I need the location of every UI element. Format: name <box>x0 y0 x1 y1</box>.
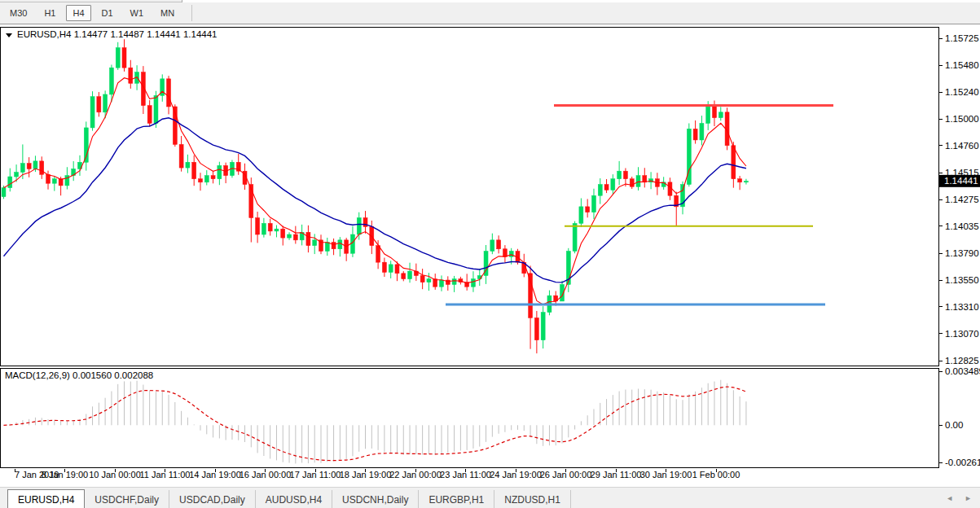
svg-text:1.13790: 1.13790 <box>945 248 979 258</box>
svg-text:18 Jan 19:00: 18 Jan 19:00 <box>340 470 392 480</box>
svg-text:1.12825: 1.12825 <box>945 356 979 366</box>
svg-text:10 Jan 00:00: 10 Jan 00:00 <box>89 470 141 480</box>
timeframe-m30[interactable]: M30 <box>3 5 33 21</box>
timeframe-mn[interactable]: MN <box>154 5 181 21</box>
svg-text:0.00: 0.00 <box>945 420 963 430</box>
symbol-tab-bar: EURUSD,H4USDCHF,DailyUSDCAD,DailyAUDUSD,… <box>0 487 980 508</box>
time-axis[interactable]: 7 Jan 20198 Jan 19:0010 Jan 00:0011 Jan … <box>15 469 740 480</box>
tab-usdcad-daily[interactable]: USDCAD,Daily <box>169 490 256 508</box>
timeframe-h4[interactable]: H4 <box>66 5 90 21</box>
timeframe-h1[interactable]: H1 <box>37 5 62 21</box>
tab-scroll-right-icon[interactable]: ► <box>965 494 972 502</box>
svg-text:30 Jan 19:00: 30 Jan 19:00 <box>640 470 692 480</box>
tab-scroll-arrows: ◄ ► <box>946 488 980 508</box>
tab-nzdusd-h1[interactable]: NZDUSD,H1 <box>494 490 571 508</box>
svg-text:29 Jan 11:00: 29 Jan 11:00 <box>591 470 642 480</box>
timeframe-w1[interactable]: W1 <box>124 5 151 21</box>
svg-text:1.14275: 1.14275 <box>945 195 979 204</box>
svg-text:1.13550: 1.13550 <box>945 275 979 285</box>
svg-text:1.14035: 1.14035 <box>945 221 979 231</box>
svg-text:8 Jan 19:00: 8 Jan 19:00 <box>42 470 89 480</box>
svg-text:EURUSD,H4 1.14477 1.14487 1.1: EURUSD,H4 1.14477 1.14487 1.14441 1.1444… <box>17 29 218 39</box>
svg-text:22 Jan 00:00: 22 Jan 00:00 <box>389 470 442 480</box>
svg-text:1.15725: 1.15725 <box>945 33 979 43</box>
svg-text:1.14441: 1.14441 <box>944 176 978 186</box>
toolbar-separator <box>191 5 192 21</box>
tab-usdchf-daily[interactable]: USDCHF,Daily <box>85 490 169 508</box>
macd-panel-border <box>1 369 939 468</box>
svg-text:23 Jan 11:00: 23 Jan 11:00 <box>440 470 491 480</box>
current-price-badge: 1.14441 <box>939 175 980 187</box>
timeframe-d1[interactable]: D1 <box>95 5 120 21</box>
tab-eurusd-h4[interactable]: EURUSD,H4 <box>7 489 85 508</box>
svg-text:17 Jan 11:00: 17 Jan 11:00 <box>290 470 341 480</box>
symbol-tabs: EURUSD,H4USDCHF,DailyUSDCAD,DailyAUDUSD,… <box>0 488 571 508</box>
svg-text:-0.002617: -0.002617 <box>945 458 980 467</box>
svg-text:1.13310: 1.13310 <box>945 302 979 312</box>
timeframe-button-group: M30H1H4D1W1MN <box>3 5 185 21</box>
svg-text:1.15240: 1.15240 <box>945 87 979 97</box>
svg-text:26 Jan 00:00: 26 Jan 00:00 <box>540 470 592 480</box>
timeframe-toolbar: M30H1H4D1W1MN <box>0 2 980 24</box>
svg-text:14 Jan 19:00: 14 Jan 19:00 <box>189 470 241 480</box>
svg-text:11 Jan 11:00: 11 Jan 11:00 <box>140 470 191 480</box>
tab-eurgbp-h1[interactable]: EURGBP,H1 <box>419 490 494 508</box>
svg-text:1 Feb 00:00: 1 Feb 00:00 <box>692 470 740 480</box>
macd-label: MACD(12,26,9) 0.001560 0.002088 <box>5 370 153 380</box>
tab-scroll-left-icon[interactable]: ◄ <box>946 494 953 502</box>
svg-text:24 Jan 19:00: 24 Jan 19:00 <box>490 470 542 480</box>
tab-usdcnh-daily[interactable]: USDCNH,Daily <box>332 490 419 508</box>
svg-text:1.15000: 1.15000 <box>945 114 979 124</box>
chart-canvas[interactable]: EURUSD,H4 1.14477 1.14487 1.14441 1.1444… <box>0 27 980 484</box>
chart-title: EURUSD,H4 1.14477 1.14487 1.14441 1.1444… <box>6 29 218 39</box>
svg-text:1.15480: 1.15480 <box>945 60 979 70</box>
svg-text:16 Jan 00:00: 16 Jan 00:00 <box>240 470 292 480</box>
svg-text:1.14760: 1.14760 <box>945 141 979 151</box>
tab-audusd-h4[interactable]: AUDUSD,H4 <box>256 490 332 508</box>
mt4-window: M30H1H4D1W1MN EURUSD,H4 1.14477 1.14487 … <box>0 0 980 508</box>
svg-text:1.13070: 1.13070 <box>945 329 979 339</box>
svg-text:0.003489: 0.003489 <box>945 366 980 376</box>
